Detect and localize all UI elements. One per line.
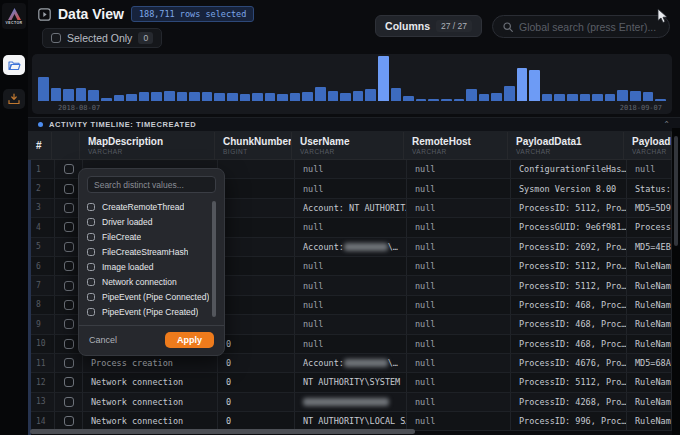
row-checkbox[interactable]	[64, 397, 74, 407]
cell-username[interactable]: null	[295, 276, 407, 294]
timeline-bar[interactable]	[365, 89, 376, 101]
table-row[interactable]: 13Network connection0nullProcessID: 4268…	[31, 393, 672, 412]
column-header-chunknumber[interactable]: ChunkNumber BIGINT	[215, 132, 292, 159]
cell-chunknumber[interactable]	[218, 199, 295, 217]
timeline-bar[interactable]	[554, 94, 565, 101]
cell-chunknumber[interactable]: 0	[218, 354, 295, 372]
timeline-bar[interactable]	[567, 94, 578, 101]
option-checkbox[interactable]	[87, 293, 95, 301]
timeline-bar[interactable]	[428, 99, 439, 101]
timeline-bar[interactable]	[643, 92, 654, 101]
column-header-username[interactable]: UserName VARCHAR	[292, 132, 404, 159]
cell-payloaddata2[interactable]: RuleName:	[627, 276, 672, 294]
column-header-payloaddata1[interactable]: PayloadData1 VARCHAR	[508, 132, 624, 159]
cell-payloaddata1[interactable]: ProcessID: 468, Proc…	[511, 315, 627, 333]
cell-chunknumber[interactable]	[218, 276, 295, 294]
filter-option[interactable]: Network connection	[87, 274, 209, 289]
timeline-bar[interactable]	[63, 89, 74, 101]
cell-payloaddata1[interactable]: Sysmon Version 8.00	[511, 179, 627, 197]
timeline-bar[interactable]	[240, 94, 251, 101]
vertical-scrollbar[interactable]	[672, 128, 680, 435]
filter-option[interactable]: Image loaded	[87, 259, 209, 274]
timeline-bar[interactable]	[617, 90, 628, 101]
cell-remotehost[interactable]: null	[407, 218, 511, 236]
cell-chunknumber[interactable]	[218, 315, 295, 333]
filter-option[interactable]: PipeEvent (Pipe Created)	[87, 304, 209, 319]
cell-username[interactable]: Account: NT AUTHORIT…	[295, 199, 407, 217]
cell-payloaddata2[interactable]: MD5=68A0A50	[627, 354, 672, 372]
timeline-bar[interactable]	[491, 93, 502, 101]
filter-option[interactable]: FileCreateStreamHash	[87, 244, 209, 259]
cell-username[interactable]: null	[295, 315, 407, 333]
option-checkbox[interactable]	[87, 263, 95, 271]
timeline-bar[interactable]	[315, 87, 326, 101]
filter-option[interactable]: PipeEvent (Pipe Connected)	[87, 289, 209, 304]
cell-username[interactable]: Account: \…	[295, 238, 407, 256]
timeline-bar[interactable]	[139, 92, 150, 101]
row-checkbox[interactable]	[64, 358, 74, 368]
selected-only-checkbox[interactable]	[51, 33, 61, 43]
cell-username[interactable]: NT AUTHORITY\LOCAL S…	[295, 412, 407, 430]
cell-chunknumber[interactable]	[218, 179, 295, 197]
horizontal-scrollbar-thumb[interactable]	[30, 429, 415, 434]
timeline-bar[interactable]	[340, 93, 351, 101]
cell-payloaddata2[interactable]: ProcessID:	[627, 218, 672, 236]
cell-payloaddata2[interactable]: null	[627, 160, 672, 178]
cell-chunknumber[interactable]: 0	[218, 335, 295, 353]
timeline-bar[interactable]	[214, 93, 225, 101]
row-checkbox[interactable]	[64, 203, 74, 213]
cell-payloaddata1[interactable]: ProcessID: 468, Proc…	[511, 335, 627, 353]
row-checkbox[interactable]	[64, 416, 74, 426]
timeline-bar[interactable]	[202, 92, 213, 101]
timeline-bar[interactable]	[416, 99, 427, 101]
cell-mapdescription[interactable]: Process creation	[83, 354, 218, 372]
global-search-input[interactable]	[519, 21, 659, 33]
timeline-bar[interactable]	[391, 88, 402, 101]
cell-payloaddata1[interactable]: ProcessGUID: 9e6f981…	[511, 218, 627, 236]
row-checkbox[interactable]	[64, 377, 74, 387]
column-header-remotehost[interactable]: RemoteHost VARCHAR	[404, 132, 508, 159]
timeline-bar[interactable]	[504, 86, 515, 101]
cell-payloaddata2[interactable]: RuleName:	[627, 257, 672, 275]
timeline-bar[interactable]	[101, 98, 112, 101]
option-checkbox[interactable]	[87, 233, 95, 241]
row-checkbox[interactable]	[64, 222, 74, 232]
cell-payloaddata2[interactable]: MD5=5D997A6	[627, 199, 672, 217]
cell-payloaddata1[interactable]: ProcessID: 4268, Pro…	[511, 393, 627, 411]
cell-payloaddata2[interactable]: RuleName: S	[627, 373, 672, 391]
cell-mapdescription[interactable]: Network connection	[83, 393, 218, 411]
table-row[interactable]: 12Network connection0NT AUTHORITY\SYSTEM…	[31, 373, 672, 392]
cell-payloaddata2[interactable]: MD5=4EB8C2B	[627, 238, 672, 256]
cell-payloaddata2[interactable]: RuleName:	[627, 296, 672, 314]
column-header-index[interactable]: #	[28, 132, 52, 159]
cell-remotehost[interactable]: null	[407, 276, 511, 294]
cell-username[interactable]: NT AUTHORITY\SYSTEM	[295, 373, 407, 391]
row-checkbox[interactable]	[64, 261, 74, 271]
row-checkbox[interactable]	[64, 184, 74, 194]
cell-remotehost[interactable]: null	[407, 412, 511, 430]
timeline-bar[interactable]	[655, 99, 666, 101]
timeline-bar[interactable]	[592, 94, 603, 101]
cell-chunknumber[interactable]: 0	[218, 412, 295, 430]
cell-username[interactable]: null	[295, 218, 407, 236]
timeline-bar[interactable]	[580, 94, 591, 101]
sidebar-open-file-button[interactable]	[3, 55, 25, 75]
timeline-bar[interactable]	[479, 94, 490, 101]
cell-payloaddata2[interactable]: RuleName:	[627, 393, 672, 411]
row-checkbox[interactable]	[64, 164, 74, 174]
timeline-bar[interactable]	[378, 56, 389, 101]
panel-toggle-icon[interactable]	[38, 8, 51, 21]
option-checkbox[interactable]	[87, 203, 95, 211]
distinct-values-search-input[interactable]	[87, 176, 216, 193]
option-checkbox[interactable]	[87, 308, 95, 316]
timeline-bar[interactable]	[51, 88, 62, 101]
timeline-bar[interactable]	[605, 94, 616, 101]
cell-payloaddata1[interactable]: ProcessID: 468, Proc…	[511, 296, 627, 314]
cell-payloaddata1[interactable]: ProcessID: 5112, Pro…	[511, 373, 627, 391]
filter-option[interactable]: CreateRemoteThread	[87, 199, 209, 214]
timeline-bar[interactable]	[164, 91, 175, 101]
filter-option[interactable]: Driver loaded	[87, 214, 209, 229]
row-checkbox[interactable]	[64, 242, 74, 252]
timeline-bar[interactable]	[189, 92, 200, 101]
timeline-bar[interactable]	[277, 94, 288, 101]
